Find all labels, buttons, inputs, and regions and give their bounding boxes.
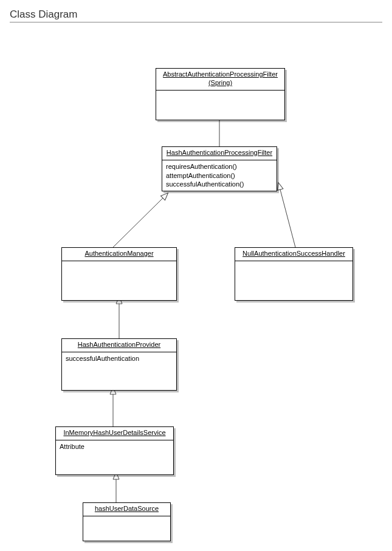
class-authentication-manager: AuthenticationManager xyxy=(61,247,177,301)
class-hash-authentication-processing-filter: HashAuthenticationProcessingFilter requi… xyxy=(162,146,277,191)
attribute: successfulAuthentication xyxy=(66,354,173,363)
class-members xyxy=(83,516,170,541)
class-in-memory-hash-user-details-service: InMemoryHashUserDetailsService Attribute xyxy=(55,426,174,475)
class-members: successfulAuthentication xyxy=(62,352,176,390)
svg-line-2 xyxy=(280,190,295,247)
svg-line-1 xyxy=(113,198,163,247)
title-divider xyxy=(10,22,382,22)
class-members: requiresAuthentication() attemptAuthenti… xyxy=(162,160,277,191)
class-name-line2: (Spring) xyxy=(208,79,232,86)
page-title: Class Diagram xyxy=(10,9,382,21)
class-hash-authentication-provider: HashAuthenticationProvider successfulAut… xyxy=(61,338,177,391)
operation: requiresAuthentication() xyxy=(166,162,273,171)
class-title: NullAuthenticationSuccessHandler xyxy=(235,248,352,261)
class-title: HashAuthenticationProcessingFilter xyxy=(162,147,277,160)
class-name-line1: AbstractAuthenticationProcessingFilter xyxy=(163,70,278,78)
diagram-canvas: AbstractAuthenticationProcessingFilter (… xyxy=(10,35,382,545)
operation: successfulAuthentication() xyxy=(166,180,273,189)
class-null-authentication-success-handler: NullAuthenticationSuccessHandler xyxy=(235,247,353,301)
operation: attemptAuthentication() xyxy=(166,171,273,180)
attribute: Attribute xyxy=(60,442,170,451)
class-hash-user-data-source: hashUserDataSource xyxy=(83,502,171,541)
class-title: AuthenticationManager xyxy=(62,248,176,261)
class-title: AbstractAuthenticationProcessingFilter (… xyxy=(156,69,284,91)
class-members xyxy=(156,91,284,120)
class-title: HashAuthenticationProvider xyxy=(62,339,176,352)
class-abstract-authentication-processing-filter: AbstractAuthenticationProcessingFilter (… xyxy=(156,68,285,120)
class-title: hashUserDataSource xyxy=(83,503,170,516)
class-members: Attribute xyxy=(56,440,173,474)
class-members xyxy=(235,261,352,300)
class-members xyxy=(62,261,176,300)
class-title: InMemoryHashUserDetailsService xyxy=(56,427,173,440)
